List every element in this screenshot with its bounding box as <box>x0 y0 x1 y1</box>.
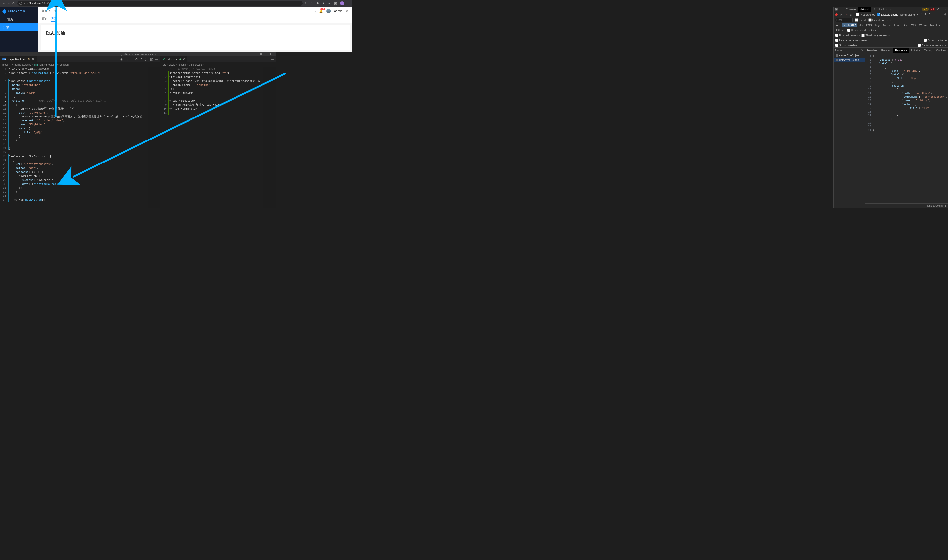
editor-tab-async-routes[interactable]: TS asyncRoutes.ts M ✕ <box>0 56 37 62</box>
list-icon[interactable]: ≡ <box>328 2 332 5</box>
layout-icon[interactable] <box>257 53 260 55</box>
split-icon[interactable]: ▯▯ <box>150 58 153 61</box>
forward-button[interactable]: → <box>7 2 11 5</box>
logo[interactable]: PureAdmin <box>0 7 38 15</box>
logo-icon <box>3 9 6 14</box>
layout-icon[interactable] <box>266 53 269 55</box>
line-gutter: 1234567891011121314151617181920212223242… <box>0 67 9 208</box>
page-body: 励志-加油 <box>41 25 349 50</box>
search-icon[interactable]: ⌕ <box>314 9 315 13</box>
tab-git-status: M <box>28 58 30 61</box>
editor-breadcrumb[interactable]: src› views› fighting› V index.vue› … <box>160 62 276 67</box>
notification-button[interactable]: 🔔 13 <box>319 9 323 13</box>
breadcrumb-sep: / <box>49 9 50 13</box>
circle-icon[interactable]: ○ <box>130 58 133 61</box>
url-host: localhost <box>31 2 41 5</box>
window-title: asyncRoutes.ts — pure-admin-thin <box>119 53 157 55</box>
panel-icon[interactable]: ▣ <box>334 2 338 5</box>
info-icon: ⓘ <box>19 2 22 5</box>
extension-icon[interactable]: ✱ <box>316 2 320 5</box>
more-icon[interactable]: ⋯ <box>271 58 274 61</box>
back-button[interactable]: ← <box>2 2 5 5</box>
code-editor-left[interactable]: "cm">// 模拟后端动态生成路由"kw">import { MockMeth… <box>9 67 148 208</box>
sidebar-item-fighting[interactable]: 加油 <box>0 23 38 31</box>
kebab-menu-icon[interactable]: ⋮ <box>346 2 350 5</box>
address-bar[interactable]: ⓘ http://localhost:8848/#/anything <box>17 1 303 6</box>
layout-icon[interactable] <box>270 53 274 55</box>
gear-icon[interactable]: ⚙ <box>346 9 349 13</box>
logo-text: PureAdmin <box>8 9 25 13</box>
url-path: /#/anything <box>48 2 61 5</box>
arrow-icon[interactable]: ⟳ <box>135 58 138 61</box>
tab-filename: index.vue <box>166 58 178 61</box>
tab-fighting[interactable]: 加油 <box>51 16 57 22</box>
editor-breadcrumb[interactable]: mock› TS asyncRoutes.ts› [◉] fightingRou… <box>0 62 160 67</box>
layout-icon[interactable] <box>262 53 265 55</box>
code-editor-right[interactable]: You, 1小时前 | 1 author (You)<"tag">script … <box>169 67 263 208</box>
editor-tab-index-vue[interactable]: V index.vue A ✕ <box>160 56 188 62</box>
tab-git-status: A <box>179 58 181 61</box>
share-icon[interactable]: ⇪ <box>305 2 308 5</box>
breadcrumb: 首页 / 加油 <box>42 9 57 13</box>
chevron-down-icon[interactable]: ⌄ <box>346 17 349 21</box>
sidebar-item-home[interactable]: ⌂ 首页 <box>0 15 38 23</box>
compass-icon[interactable]: ◉ <box>120 58 123 61</box>
vscode-titlebar: asyncRoutes.ts — pure-admin-thin <box>0 52 276 56</box>
profile-avatar[interactable] <box>340 2 344 5</box>
notification-badge: 13 <box>320 8 325 11</box>
ts-icon: TS <box>3 58 6 60</box>
home-icon: ⌂ <box>3 18 5 21</box>
vscode-editor: asyncRoutes.ts — pure-admin-thin TS asyn… <box>0 52 276 208</box>
minimap[interactable] <box>263 67 276 208</box>
url-port: :8848 <box>41 2 48 5</box>
user-avatar-icon[interactable] <box>326 9 331 13</box>
sidebar-item-label: 首页 <box>7 17 13 22</box>
content-header: 首页 / 加油 ⌕ 🔔 13 admin ⚙ <box>38 7 352 15</box>
username-label[interactable]: admin <box>334 9 342 13</box>
sidebar-item-label: 加油 <box>3 25 9 29</box>
browser-toolbar: ← → ⟳ ⓘ http://localhost:8848/#/anything… <box>0 0 352 7</box>
tab-filename: asyncRoutes.ts <box>8 58 26 61</box>
reload-button[interactable]: ⟳ <box>12 2 15 5</box>
tab-home[interactable]: 首页 <box>42 16 48 22</box>
puzzle-icon[interactable]: ✦ <box>322 2 326 5</box>
git-compare-icon[interactable]: ⇆ <box>125 58 128 61</box>
breadcrumb-item: 加油 <box>51 9 57 13</box>
app-sidebar: PureAdmin ⌂ 首页 加油 <box>0 7 38 52</box>
close-icon[interactable]: ✕ <box>32 58 34 61</box>
breadcrumb-item[interactable]: 首页 <box>42 9 48 13</box>
bookmark-icon[interactable]: ☆ <box>311 2 314 5</box>
arrow-icon[interactable]: ↷ <box>140 58 143 61</box>
url-scheme: http:// <box>23 2 31 5</box>
vue-icon: V <box>163 58 165 61</box>
close-icon[interactable]: ✕ <box>183 58 185 61</box>
minimap[interactable] <box>148 67 160 208</box>
more-icon[interactable]: ⋯ <box>155 58 158 61</box>
run-icon[interactable]: ▷ <box>145 58 148 61</box>
page-title: 励志-加油 <box>46 30 345 36</box>
line-gutter: 1234567891011 <box>160 67 169 208</box>
page-tabs: 首页 加油 ⌄ <box>38 15 352 23</box>
